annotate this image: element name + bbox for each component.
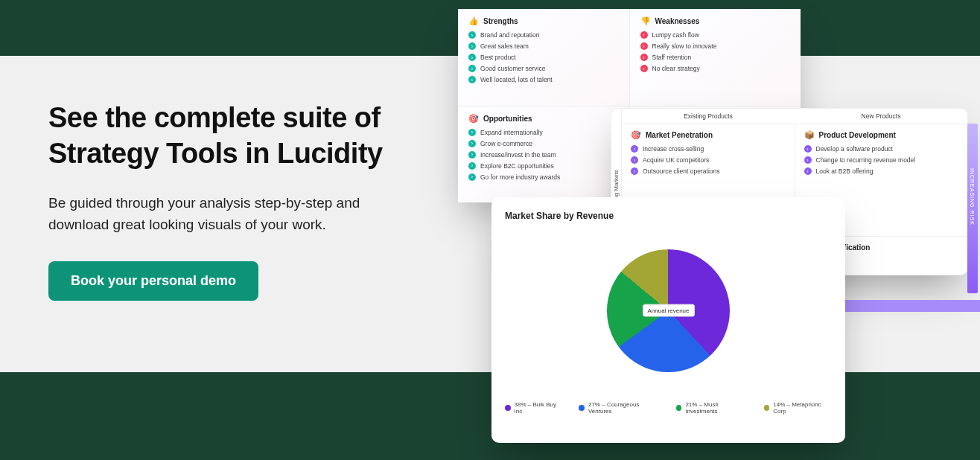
- book-demo-button[interactable]: Book your personal demo: [48, 261, 258, 301]
- list-item-label: Well located, lots of talent: [480, 76, 553, 83]
- list-item: ›Staff retention: [640, 54, 791, 61]
- bullet-icon: ›: [468, 42, 476, 50]
- list-item-label: Go for more industry awards: [480, 173, 560, 181]
- list-item: ›Increase/invest in the team: [468, 151, 619, 159]
- list-item: ›Best product: [468, 54, 619, 61]
- list-item-label: Outsource client operations: [643, 167, 719, 175]
- legend-dot-icon: [505, 405, 511, 411]
- bullet-icon: ›: [468, 65, 476, 72]
- ansoff-penetration-title: Market Penetration: [646, 131, 713, 139]
- target-icon: 🎯: [631, 130, 641, 140]
- ansoff-product-dev-title: Product Development: [819, 131, 896, 139]
- bullet-icon: ›: [468, 162, 476, 170]
- bullet-icon: ›: [640, 65, 648, 72]
- target-icon: 🎯: [468, 114, 479, 124]
- thumbs-up-icon: 👍: [468, 16, 479, 26]
- legend-item: 27% – Courageous Ventures: [579, 401, 659, 415]
- bullet-icon: ›: [640, 42, 648, 50]
- bullet-icon: ›: [804, 167, 812, 175]
- bullet-icon: ›: [468, 76, 476, 83]
- legend-item: 14% – Metaphoric Corp: [764, 401, 832, 415]
- list-item-label: Develop a software product: [816, 145, 893, 153]
- list-item: ›Develop a software product: [804, 145, 959, 153]
- list-item-label: Best product: [480, 54, 516, 61]
- bullet-icon: ›: [468, 140, 476, 147]
- list-item-label: Change to recurring revenue model: [816, 156, 916, 164]
- list-item-label: Grow e-commerce: [480, 140, 532, 147]
- bullet-icon: ›: [468, 31, 476, 39]
- pie-title: Market Share by Revenue: [505, 211, 832, 221]
- list-item: ›Change to recurring revenue model: [804, 156, 959, 164]
- list-item: ›Grow e-commerce: [468, 140, 619, 147]
- legend-item: 21% – Musli Investments: [676, 401, 748, 415]
- list-item-label: No clear strategy: [652, 65, 700, 72]
- bullet-icon: ›: [468, 173, 476, 181]
- list-item: ›Look at B2B offering: [804, 167, 959, 175]
- list-item: ›Increase cross-selling: [631, 145, 786, 153]
- list-item-label: Great sales team: [480, 42, 529, 50]
- legend-label: 14% – Metaphoric Corp: [773, 401, 832, 415]
- hero-content: See the complete suite of Strategy Tools…: [48, 100, 421, 301]
- list-item: ›Well located, lots of talent: [468, 76, 619, 83]
- list-item: ›Brand and reputation: [468, 31, 619, 39]
- bullet-icon: ›: [640, 31, 648, 39]
- package-icon: 📦: [804, 130, 815, 140]
- list-item: ›Outsource client operations: [631, 167, 786, 175]
- headline: See the complete suite of Strategy Tools…: [48, 100, 421, 171]
- bullet-icon: ›: [468, 54, 476, 61]
- swot-weaknesses-header: 👎 Weaknesses: [640, 16, 791, 26]
- swot-strengths-header: 👍 Strengths: [468, 16, 619, 26]
- swot-weaknesses: 👎 Weaknesses ›Lumpy cash flow›Really slo…: [630, 9, 801, 106]
- subtext: Be guided through your analysis step-by-…: [48, 192, 421, 236]
- list-item: ›Expand internationally: [468, 129, 619, 136]
- bullet-icon: ›: [468, 129, 476, 136]
- bullet-icon: ›: [631, 156, 638, 164]
- legend-dot-icon: [676, 405, 682, 411]
- list-item-label: Look at B2B offering: [816, 167, 874, 175]
- list-item-label: Good customer service: [480, 65, 545, 72]
- list-item-label: Staff retention: [652, 54, 692, 61]
- pie-card: Market Share by Revenue Annual revenue 3…: [491, 197, 845, 443]
- list-item: ›Really slow to innovate: [640, 42, 791, 50]
- list-item: ›Good customer service: [468, 65, 619, 72]
- swot-opportunities: 🎯 Opportunities ›Expand internationally›…: [458, 106, 629, 203]
- bullet-icon: ›: [640, 54, 648, 61]
- legend-dot-icon: [579, 405, 585, 411]
- pie-center-label: Annual revenue: [642, 304, 694, 317]
- swot-strengths-title: Strengths: [483, 17, 518, 25]
- list-item-label: Brand and reputation: [480, 31, 539, 39]
- list-item-label: Really slow to innovate: [652, 42, 717, 50]
- legend-dot-icon: [764, 405, 770, 411]
- list-item-label: Increase/invest in the team: [480, 151, 556, 159]
- list-item: ›No clear strategy: [640, 65, 791, 72]
- list-item-label: Increase cross-selling: [643, 145, 704, 153]
- bullet-icon: ›: [468, 151, 476, 159]
- risk-label: INCREASING RISK: [970, 168, 975, 226]
- ansoff-col-labels: Existing Products New Products: [622, 109, 967, 124]
- list-item: ›Lumpy cash flow: [640, 31, 791, 39]
- swot-weaknesses-title: Weaknesses: [655, 17, 700, 25]
- list-item-label: Explore B2C opportunities: [480, 162, 554, 170]
- thumbs-down-icon: 👎: [640, 16, 651, 26]
- bullet-icon: ›: [631, 167, 638, 175]
- pie-legend: 38% – Bulk Buy Inc27% – Courageous Ventu…: [505, 401, 832, 415]
- ansoff-col-new: New Products: [795, 109, 967, 124]
- list-item: ›Great sales team: [468, 42, 619, 50]
- swot-strengths: 👍 Strengths ›Brand and reputation›Great …: [458, 9, 629, 106]
- legend-item: 38% – Bulk Buy Inc: [505, 401, 562, 415]
- legend-label: 21% – Musli Investments: [685, 401, 747, 415]
- legend-label: 27% – Courageous Ventures: [588, 401, 660, 415]
- swot-opportunities-header: 🎯 Opportunities: [468, 114, 619, 124]
- ansoff-col-existing: Existing Products: [622, 109, 795, 124]
- swot-opportunities-title: Opportunities: [483, 115, 532, 123]
- legend-label: 38% – Bulk Buy Inc: [515, 401, 563, 415]
- list-item: ›Acquire UK competitors: [631, 156, 786, 164]
- list-item-label: Lumpy cash flow: [652, 31, 699, 39]
- list-item-label: Acquire UK competitors: [643, 156, 709, 164]
- bullet-icon: ›: [804, 145, 812, 153]
- list-item: ›Explore B2C opportunities: [468, 162, 619, 170]
- bullet-icon: ›: [804, 156, 812, 164]
- bullet-icon: ›: [631, 145, 638, 153]
- pie-chart: Annual revenue: [607, 249, 730, 372]
- list-item: ›Go for more industry awards: [468, 173, 619, 181]
